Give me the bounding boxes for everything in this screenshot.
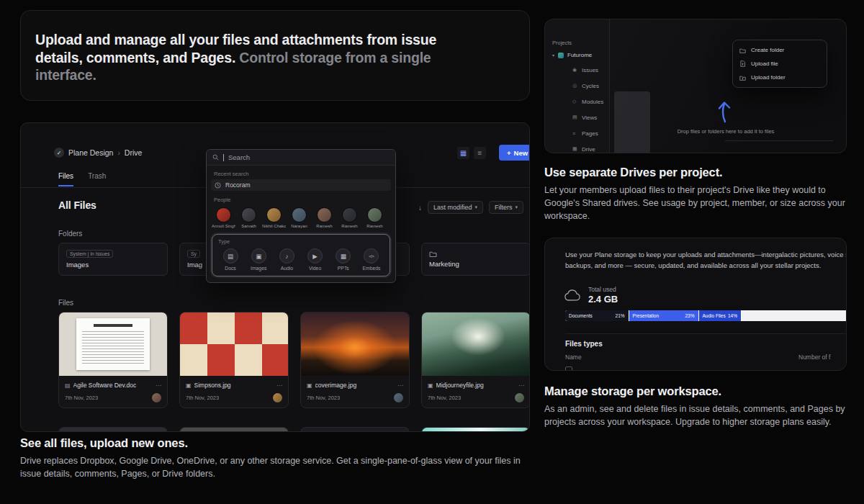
feature-manage-storage: Manage storage per workspace. As an admi…	[544, 384, 850, 429]
more-options-icon[interactable]: ⋯	[518, 382, 524, 389]
video-icon: ▶	[307, 248, 323, 264]
sidebar-item-issues[interactable]: ◉ Issues	[545, 62, 609, 78]
type-filter-ppts[interactable]: ▦ PPTs	[331, 248, 356, 271]
file-card-partial[interactable]	[421, 427, 530, 432]
filters-dropdown[interactable]: Filters ▾	[489, 201, 523, 214]
folder-badge: System | In Issues	[66, 250, 113, 258]
docs-icon: ▤	[223, 248, 238, 264]
menu-item-create-folder[interactable]: Create folder	[733, 43, 827, 57]
file-date: 7th Nov, 2023	[428, 395, 461, 401]
download-icon[interactable]: ↓	[418, 204, 422, 212]
type-filter-audio[interactable]: ♪ Audio	[274, 248, 299, 271]
type-filter-docs[interactable]: ▤ Docs	[218, 248, 243, 271]
file-date: 7th Nov, 2023	[307, 395, 340, 401]
file-date: 7th Nov, 2023	[65, 395, 98, 401]
avatar	[317, 207, 332, 222]
more-options-icon[interactable]: ⋯	[276, 382, 282, 389]
menu-item-upload-file[interactable]: Upload file	[733, 57, 827, 71]
audio-icon: ♪	[279, 248, 294, 264]
people-label: People	[207, 192, 395, 204]
hero-headline: Upload and manage all your files and att…	[35, 31, 456, 84]
file-card[interactable]: ▣ coverimage.jpg ⋯ 7th Nov, 2023	[300, 312, 410, 408]
image-file-icon: ▣	[428, 382, 433, 389]
breadcrumb-page[interactable]: Drive	[125, 148, 143, 157]
sidebar-item-drive[interactable]: ▦ Drive	[545, 141, 609, 153]
divider	[725, 140, 833, 141]
tab-files[interactable]: Files	[58, 172, 73, 186]
type-filter-images[interactable]: ▣ Images	[246, 248, 271, 271]
context-menu: Create folder Upload file Upload folder	[732, 40, 827, 88]
recent-search-label: Recent search	[207, 166, 395, 179]
usage-segment-documents[interactable]: Documents 21%	[565, 310, 629, 321]
person-filter[interactable]: Narayan	[288, 207, 310, 228]
feature-separate-drives: Use separate Drives per project. Let you…	[544, 166, 850, 222]
person-filter[interactable]: Ramesh	[313, 207, 336, 228]
folders-section-label: Folders	[58, 230, 82, 238]
file-card-partial[interactable]	[58, 427, 168, 432]
file-card[interactable]: ▣ Simpsons.jpg ⋯ 7th Nov, 2023	[179, 312, 289, 408]
storage-usage-bar: Documents 21% Presentation 23% Audio Fil…	[565, 310, 847, 321]
cloud-icon	[564, 289, 581, 302]
total-used-label: Total used	[588, 286, 618, 293]
last-modified-dropdown[interactable]: Last modified ▾	[428, 201, 483, 214]
images-icon: ▣	[251, 248, 266, 264]
tab-bar: Files Trash	[58, 172, 106, 186]
type-filter-embeds[interactable]: </> Embeds	[359, 248, 384, 271]
person-filter[interactable]: Ramesh	[338, 207, 361, 228]
folder-card[interactable]: System | In Issues Images	[58, 243, 168, 276]
sidebar-item-cycles[interactable]: ◎ Cycles	[545, 78, 609, 94]
chevron-down-icon: ▾	[516, 204, 518, 210]
person-filter[interactable]: Nikhil Chako	[263, 207, 285, 228]
person-filter[interactable]: Armoli Singh	[212, 207, 235, 228]
list-view-icon[interactable]: ≡	[474, 147, 486, 159]
clock-icon	[215, 182, 221, 189]
modules-icon: ◇	[572, 99, 578, 104]
file-card[interactable]: ▣ Midjourneyfile.jpg ⋯ 7th Nov, 2023	[421, 312, 530, 408]
avatar	[367, 207, 382, 222]
file-card[interactable]: ▤ Agile Software Dev.doc ⋯ 7th Nov, 2023	[58, 312, 168, 408]
text-caret	[223, 154, 224, 161]
avatar	[216, 207, 231, 222]
breadcrumb-workspace[interactable]: Plane Design	[68, 148, 113, 157]
tab-trash[interactable]: Trash	[88, 172, 106, 186]
sidebar-item-modules[interactable]: ◇ Modules	[545, 94, 609, 109]
type-filter-group: Type ▤ Docs ▣ Images ♪ Audio ▶ Video	[212, 234, 390, 276]
view-toggle: ▦ ≡	[457, 147, 486, 159]
search-popover: Search Recent search Rocoram People Armo…	[206, 149, 396, 283]
total-used: Total used 2.4 GB	[564, 286, 618, 305]
type-filter-video[interactable]: ▶ Video	[303, 248, 328, 271]
usage-segment-audio-files[interactable]: Audio Files 14%	[699, 310, 741, 321]
search-input[interactable]: Search	[207, 150, 395, 166]
person-filter[interactable]: Sarvath	[238, 207, 260, 228]
breadcrumb: ✓ Plane Design › Drive	[54, 148, 142, 158]
grid-view-icon[interactable]: ▦	[457, 147, 469, 159]
menu-item-upload-folder[interactable]: Upload folder	[733, 71, 827, 84]
upload-folder-icon	[739, 75, 746, 81]
sidebar-item-views[interactable]: ▤ Views	[545, 109, 609, 125]
chevron-down-icon: ▾	[552, 53, 554, 58]
sidebar-item-pages[interactable]: ≡ Pages	[545, 125, 609, 141]
file-card-partial[interactable]	[179, 427, 289, 432]
document-preview	[76, 318, 150, 370]
new-button[interactable]: + New	[499, 145, 530, 161]
cycles-icon: ◎	[572, 83, 578, 89]
feature-title: See all files, upload new ones.	[20, 436, 524, 450]
feature-title: Use separate Drives per project.	[544, 166, 850, 179]
more-options-icon[interactable]: ⋯	[397, 382, 403, 389]
more-options-icon[interactable]: ⋯	[156, 382, 161, 389]
usage-segment-presentation[interactable]: Presentation 23%	[629, 310, 698, 321]
feature-body: Let your members upload files to their p…	[544, 184, 850, 222]
files-types-label: Files types	[565, 340, 603, 348]
folder-card-marketing[interactable]: Marketing	[421, 243, 530, 276]
person-filter[interactable]: Ramesh	[364, 207, 386, 228]
sort-toolbar: ↓ Last modified ▾ Filters ▾	[418, 201, 523, 214]
file-card-partial[interactable]	[300, 427, 410, 432]
recent-search-item[interactable]: Rocoram	[211, 179, 391, 191]
file-thumbnail	[180, 312, 288, 376]
file-grid-row-2	[58, 427, 530, 432]
sidebar-project-futurome[interactable]: ▾ Futurome	[545, 50, 609, 62]
file-icon	[565, 366, 572, 371]
feature-see-all-files: See all files, upload new ones. Drive re…	[20, 436, 524, 481]
file-thumbnail	[59, 312, 167, 376]
workspace-logo-icon: ✓	[54, 148, 64, 158]
